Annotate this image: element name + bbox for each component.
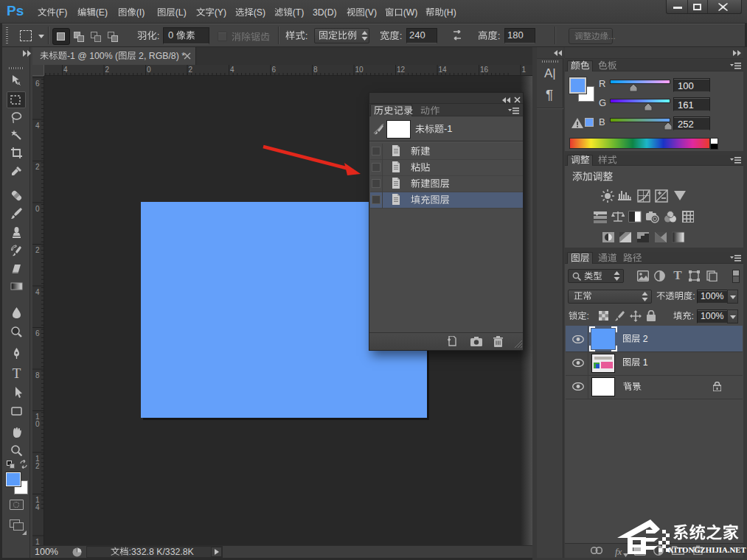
- svg-text:100%: 100%: [701, 291, 724, 301]
- svg-text:0: 0: [35, 420, 40, 428]
- svg-text:-1 @ 100% (: -1 @ 100% (: [67, 51, 119, 61]
- svg-text::: :: [157, 29, 160, 41]
- svg-text:1: 1: [522, 66, 527, 74]
- svg-text:...: ...: [608, 32, 616, 41]
- svg-text:B: B: [599, 116, 605, 127]
- svg-text:252: 252: [678, 119, 694, 130]
- svg-text:(H): (H): [444, 7, 456, 18]
- svg-text:6: 6: [35, 80, 40, 88]
- svg-text:161: 161: [678, 99, 694, 111]
- svg-text:100%: 100%: [35, 547, 58, 557]
- svg-text:100%: 100%: [701, 311, 724, 321]
- svg-text:-1: -1: [444, 123, 453, 134]
- svg-text:16: 16: [480, 66, 489, 74]
- svg-text:(Y): (Y): [215, 7, 226, 18]
- svg-text::: :: [400, 29, 403, 41]
- svg-text:8: 8: [313, 66, 318, 74]
- svg-text:8: 8: [35, 371, 40, 379]
- svg-text:2: 2: [35, 246, 40, 254]
- svg-text:2: 2: [189, 66, 193, 74]
- svg-text::332.8 K/332.8K: :332.8 K/332.8K: [129, 547, 195, 557]
- svg-text:2: 2: [35, 462, 40, 470]
- svg-text:14: 14: [439, 66, 448, 74]
- svg-text:(V): (V): [365, 7, 377, 18]
- svg-text:6: 6: [272, 66, 277, 74]
- svg-text::: :: [692, 291, 695, 301]
- svg-text:2, RGB/8) *: 2, RGB/8) *: [136, 51, 186, 61]
- svg-text:(F): (F): [56, 7, 68, 18]
- svg-text:(E): (E): [96, 7, 108, 18]
- svg-text::: :: [692, 311, 694, 321]
- svg-text:(S): (S): [254, 7, 265, 18]
- svg-text:4: 4: [35, 288, 40, 296]
- svg-text:1: 1: [640, 357, 647, 368]
- svg-text:6: 6: [35, 329, 40, 337]
- svg-text:(L): (L): [176, 7, 187, 18]
- svg-text:10: 10: [355, 66, 364, 74]
- svg-text::: :: [498, 29, 501, 41]
- svg-text:1: 1: [35, 538, 40, 546]
- svg-text:180: 180: [507, 29, 524, 41]
- svg-text:4: 4: [63, 66, 68, 74]
- svg-text:0: 0: [35, 205, 40, 213]
- svg-text:G: G: [599, 97, 606, 108]
- svg-text::: :: [587, 311, 589, 321]
- svg-text:4: 4: [35, 503, 40, 511]
- svg-text:R: R: [599, 78, 605, 89]
- svg-text:4: 4: [230, 66, 234, 74]
- svg-text:100: 100: [678, 80, 694, 91]
- svg-text:2: 2: [35, 163, 40, 171]
- svg-text:4: 4: [35, 122, 40, 130]
- svg-text:240: 240: [409, 29, 425, 41]
- svg-text:12: 12: [397, 66, 406, 74]
- svg-text::: :: [305, 29, 308, 41]
- svg-text:0: 0: [168, 29, 176, 41]
- svg-text:(W): (W): [403, 7, 418, 18]
- svg-text:3D(D): 3D(D): [313, 7, 337, 18]
- svg-text:(T): (T): [293, 7, 305, 18]
- svg-text:2: 2: [640, 334, 647, 344]
- svg-text:2: 2: [105, 66, 110, 74]
- svg-text:(I): (I): [136, 7, 145, 18]
- svg-text:0: 0: [147, 66, 151, 74]
